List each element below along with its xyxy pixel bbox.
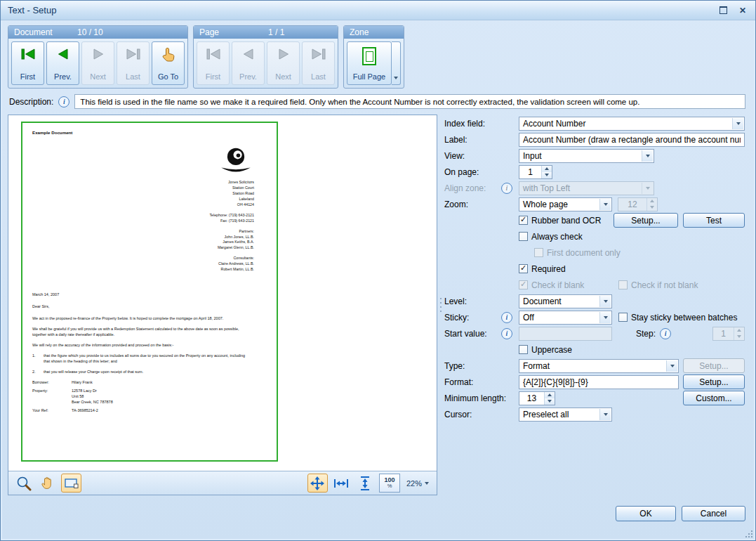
fit-height-button[interactable] (355, 474, 376, 493)
start-value-input (519, 327, 612, 341)
minimum-length-input[interactable] (519, 392, 544, 405)
document-page[interactable]: Example Document Jones Solicitors Statio… (21, 122, 278, 462)
zoom-level-dropdown[interactable]: 22% (404, 475, 432, 492)
doc-partner-line: James Keiths, B.A. (218, 240, 254, 245)
description-info-icon[interactable]: i (58, 96, 69, 107)
rubber-band-ocr-checkbox[interactable]: ✓ Rubber band OCR (519, 216, 601, 226)
page-group: Page 1 / 1 First Prev. Next Las (193, 25, 338, 89)
chevron-down-icon[interactable] (732, 118, 743, 129)
ok-button[interactable]: OK (616, 506, 676, 521)
custom-button[interactable]: Custom... (683, 391, 745, 405)
step-info-icon[interactable]: i (660, 328, 671, 339)
preview-zoom-controls: 100 % 22% (307, 474, 432, 493)
type-label: Type: (444, 361, 465, 371)
page-next-label: Next (275, 72, 291, 81)
spin-down-icon[interactable] (545, 398, 555, 405)
sticky-info-icon[interactable]: i (501, 312, 512, 323)
on-page-spinner[interactable] (519, 165, 552, 179)
close-button[interactable]: ✕ (737, 6, 748, 15)
chevron-down-icon[interactable] (599, 409, 611, 420)
chevron-down-icon[interactable] (642, 150, 653, 162)
zoom-tool-button[interactable] (13, 474, 34, 493)
panel-splitter[interactable] (437, 115, 444, 495)
view-dropdown[interactable]: Input (519, 149, 654, 163)
index-field-label: Index field: (444, 119, 485, 129)
rubber-band-tool-button[interactable] (61, 474, 81, 493)
start-value-info-icon[interactable]: i (501, 328, 512, 339)
pan-tool-button[interactable] (37, 474, 58, 493)
sticky-dropdown[interactable]: Off (519, 311, 612, 325)
document-counter: 10 / 10 (77, 27, 103, 37)
always-check-checkbox[interactable]: Always check (519, 232, 583, 242)
window-title: Text - Setup (8, 5, 717, 15)
index-field-dropdown[interactable]: Account Number (519, 117, 745, 131)
doc-phone-line: Fax: (719) 643-2121 (209, 219, 254, 224)
rubber-band-ocr-label: Rubber band OCR (531, 216, 601, 226)
preview-toolbar: 100 % 22% (8, 471, 437, 495)
minimum-length-spinner[interactable] (519, 391, 555, 405)
chevron-down-icon[interactable] (599, 312, 611, 323)
chevron-down-icon[interactable] (599, 296, 611, 307)
uppercase-checkbox[interactable]: Uppercase (519, 345, 572, 355)
doc-partner-line: Margaret Glenn, LL.B. (218, 245, 254, 251)
on-page-input[interactable] (519, 166, 541, 178)
format-input[interactable] (519, 375, 679, 389)
doc-phone-block: Telephone: (719) 643-2121 Fax: (719) 643… (209, 213, 254, 224)
cursor-value: Preselect all (523, 410, 569, 419)
chevron-down-icon[interactable] (666, 360, 677, 372)
doc-detail-value-line: Unit 58 (72, 394, 113, 400)
label-input[interactable] (519, 133, 745, 147)
page-group-title: Page (199, 27, 219, 37)
uppercase-label: Uppercase (531, 345, 572, 355)
spin-up-icon[interactable] (542, 166, 552, 172)
maximize-button[interactable] (717, 5, 729, 15)
full-page-button[interactable]: Full Page (347, 41, 392, 85)
window-buttons: ✕ (717, 5, 748, 15)
align-zone-info-icon[interactable]: i (501, 183, 512, 194)
on-page-label: On page: (444, 167, 479, 177)
fit-page-button[interactable] (307, 474, 328, 493)
spin-down-icon (647, 204, 657, 211)
last-icon (310, 47, 328, 61)
chevron-down-icon[interactable] (599, 199, 611, 210)
spin-down-icon[interactable] (542, 172, 552, 178)
document-first-label: First (20, 72, 35, 81)
full-page-dropdown-button[interactable] (392, 41, 401, 85)
description-input[interactable] (74, 94, 745, 109)
zoom-mode-dropdown[interactable]: Whole page (519, 197, 612, 211)
required-checkbox[interactable]: ✓ Required (519, 264, 566, 274)
doc-consultant-line: Claire Andrews, LL.B. (218, 261, 254, 267)
cursor-dropdown[interactable]: Preselect all (519, 408, 612, 422)
level-dropdown[interactable]: Document (519, 294, 612, 308)
fit-width-button[interactable] (331, 474, 352, 493)
next-icon (89, 47, 107, 61)
doc-address-line: OH 44124 (228, 202, 254, 208)
doc-consultants-label: Consultants: (218, 256, 254, 261)
page-prev-label: Prev. (239, 72, 257, 81)
resize-grip[interactable] (744, 529, 752, 537)
zoom-100-button[interactable]: 100 % (379, 474, 400, 493)
document-first-button[interactable]: First (11, 41, 44, 85)
document-prev-button[interactable]: Prev. (46, 41, 79, 85)
type-dropdown[interactable]: Format (519, 359, 679, 373)
document-viewport[interactable]: Example Document Jones Solicitors Statio… (8, 115, 437, 471)
cancel-button[interactable]: Cancel (682, 506, 745, 521)
page-next-button: Next (267, 41, 300, 85)
spin-up-icon[interactable] (545, 392, 555, 398)
checkbox-icon (519, 232, 528, 241)
format-setup-button[interactable]: Setup... (683, 374, 745, 389)
doc-detail-row: Your Ref: TA-36985214-2 (32, 408, 247, 414)
align-zone-label: Align zone: (444, 183, 486, 193)
doc-detail-label: Borrower: (32, 380, 72, 386)
test-button[interactable]: Test (683, 213, 745, 228)
page-last-label: Last (311, 72, 326, 81)
check-if-blank-label: Check if blank (531, 280, 584, 290)
percent-sign: % (387, 483, 392, 489)
doc-letterhead: Jones Solicitors Station Court Station R… (209, 147, 254, 273)
page-prev-button: Prev. (232, 41, 265, 85)
document-goto-button[interactable]: Go To (152, 41, 185, 85)
sticky-label: Sticky: (444, 313, 469, 322)
ocr-setup-button[interactable]: Setup... (614, 213, 678, 228)
stay-sticky-checkbox[interactable]: Stay sticky between batches (618, 313, 737, 322)
navigation-toolbar: Document 10 / 10 First Prev. Next (1, 20, 755, 94)
